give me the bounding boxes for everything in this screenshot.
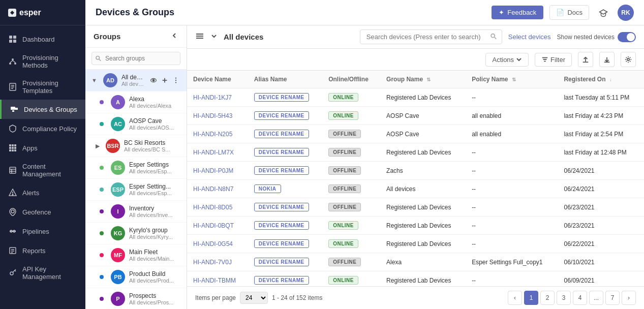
settings-icon-button[interactable] bbox=[621, 52, 636, 67]
main-content: Devices & Groups ✦ Feedback 📄 Docs RK Gr… bbox=[85, 0, 644, 309]
device-link[interactable]: HI-ANDI-0BQT bbox=[193, 222, 234, 229]
policy-name-cell: -- bbox=[466, 180, 558, 198]
device-link[interactable]: HI-ANDI-P0JM bbox=[193, 167, 233, 174]
group-item-esper-settings[interactable]: ES Esper Settings All devices/Esp... bbox=[85, 157, 187, 179]
device-link[interactable]: HI-ANDI-5H43 bbox=[193, 112, 232, 119]
show-nested-toggle[interactable] bbox=[618, 32, 636, 42]
sidebar-item-devices-groups[interactable]: Devices & Groups bbox=[0, 100, 85, 119]
sidebar-item-pipelines[interactable]: Pipelines bbox=[0, 222, 85, 241]
page-4-button[interactable]: 4 bbox=[573, 291, 587, 305]
group-item-bc-ski[interactable]: ▶ BSR BC Ski Resorts All devices/BC S... bbox=[85, 135, 187, 157]
svg-line-45 bbox=[99, 59, 101, 61]
col-policy-name[interactable]: Policy Name ⇅ bbox=[466, 71, 558, 88]
user-avatar[interactable]: RK bbox=[618, 5, 634, 21]
eye-icon[interactable] bbox=[149, 76, 158, 85]
sidebar-item-reports[interactable]: Reports bbox=[0, 241, 85, 260]
status-badge: ONLINE bbox=[328, 111, 358, 120]
device-link[interactable]: HI-ANDI-8D05 bbox=[193, 204, 232, 211]
device-link[interactable]: HI-ANDI-N8N7 bbox=[193, 186, 233, 193]
chevron-down-icon[interactable] bbox=[210, 33, 218, 41]
group-info: Esper Setting... All devices/Esp... bbox=[129, 183, 180, 196]
search-devices-input[interactable] bbox=[360, 29, 502, 44]
device-link[interactable]: HI-ANDI-TBMM bbox=[193, 277, 236, 284]
device-link[interactable]: HI-ANDI-7V0J bbox=[193, 259, 232, 266]
group-name: Esper Setting... bbox=[129, 183, 180, 190]
sidebar-item-geofence[interactable]: Geofence bbox=[0, 202, 85, 222]
all-devices-title: All devices bbox=[224, 33, 263, 41]
groups-search-input[interactable] bbox=[91, 52, 180, 65]
status-badge: OFFLINE bbox=[328, 184, 361, 193]
group-item-aosp-cave[interactable]: AC AOSP Cave All devices/AOS... bbox=[85, 113, 187, 135]
search-icon bbox=[490, 33, 497, 41]
svg-point-6 bbox=[12, 58, 14, 60]
filter-button[interactable]: Filter bbox=[535, 53, 572, 67]
group-name-cell: Registered Lab Devices bbox=[380, 235, 466, 253]
device-link[interactable]: HI-ANDI-0G54 bbox=[193, 240, 233, 248]
group-avatar: PB bbox=[111, 270, 125, 284]
sidebar-item-alerts[interactable]: Alerts bbox=[0, 183, 85, 202]
graduation-icon-button[interactable] bbox=[595, 5, 611, 21]
group-item-main-fleet[interactable]: MF Main Fleet All devices/Main... bbox=[85, 244, 187, 266]
per-page-select[interactable]: 24 50 100 bbox=[240, 292, 268, 304]
feedback-button[interactable]: ✦ Feedback bbox=[492, 6, 543, 19]
group-item-prospects[interactable]: P Prospects All devices/Pros... bbox=[85, 288, 187, 309]
col-registered-on[interactable]: Registered On ↓ bbox=[558, 71, 644, 88]
next-page-button[interactable]: › bbox=[622, 291, 636, 305]
page-1-button[interactable]: 1 bbox=[524, 291, 538, 305]
sidebar-item-api-key-management[interactable]: API Key Management bbox=[0, 260, 85, 286]
more-options-icon[interactable] bbox=[171, 76, 180, 85]
actions-button[interactable]: Actions bbox=[485, 53, 529, 67]
registered-on-cell: last Friday at 4:23 PM bbox=[558, 107, 644, 125]
col-group-name[interactable]: Group Name ⇅ bbox=[380, 71, 466, 88]
sidebar-item-dashboard[interactable]: Dashboard bbox=[0, 29, 85, 49]
group-item-kyrylos[interactable]: KG Kyrylo's group All devices/Kyry... bbox=[85, 223, 187, 244]
logo[interactable]: esper bbox=[0, 0, 85, 25]
table-row: HI-ANDI-1KJ7 DEVICE RENAME ONLINE Regist… bbox=[187, 88, 644, 107]
page-3-button[interactable]: 3 bbox=[557, 291, 571, 305]
sidebar-item-apps[interactable]: Apps bbox=[0, 138, 85, 158]
group-name: Esper Settings bbox=[129, 161, 180, 168]
group-item-esper-setting2[interactable]: ESP Esper Setting... All devices/Esp... bbox=[85, 179, 187, 201]
sidebar-item-provisioning-templates[interactable]: Provisioning Templates bbox=[0, 74, 85, 100]
device-link[interactable]: HI-ANDI-N205 bbox=[193, 131, 232, 138]
sidebar-item-provisioning-methods[interactable]: Provisioning Methods bbox=[0, 49, 85, 74]
groups-search-wrap bbox=[85, 48, 187, 70]
group-name: Alexa bbox=[129, 96, 180, 103]
status-badge: OFFLINE bbox=[328, 130, 361, 138]
alias-name-cell: DEVICE RENAME bbox=[248, 198, 322, 217]
add-group-icon[interactable] bbox=[160, 76, 169, 85]
docs-button[interactable]: 📄 Docs bbox=[549, 5, 589, 20]
svg-point-32 bbox=[12, 194, 13, 195]
table-row: HI-ANDI-8D05 DEVICE RENAME OFFLINE Regis… bbox=[187, 198, 644, 217]
device-link[interactable]: HI-ANDI-LM7X bbox=[193, 149, 234, 156]
alias-name-cell: DEVICE RENAME bbox=[248, 217, 322, 235]
group-item-product-build[interactable]: PB Product Build All devices/Prod... bbox=[85, 266, 187, 288]
sidebar-item-content-management[interactable]: Content Management bbox=[0, 158, 85, 183]
group-item-inventory[interactable]: I Inventory All devices/Inve... bbox=[85, 201, 187, 223]
status-cell: OFFLINE bbox=[322, 253, 380, 271]
menu-icon[interactable] bbox=[195, 32, 204, 42]
group-item-alexa[interactable]: A Alexa All devices/Alexa bbox=[85, 91, 187, 113]
devices-toolbar-right: Select devices Show nested devices bbox=[360, 29, 636, 44]
device-name-cell: HI-ANDI-N205 bbox=[187, 125, 248, 143]
page-7-button[interactable]: 7 bbox=[605, 291, 620, 305]
sidebar-item-label: Reports bbox=[22, 247, 46, 255]
feedback-icon: ✦ bbox=[499, 9, 504, 16]
device-link[interactable]: HI-ANDI-1KJ7 bbox=[193, 94, 232, 101]
select-devices-button[interactable]: Select devices bbox=[508, 33, 551, 41]
group-name: Main Fleet bbox=[129, 249, 180, 256]
dashboard-icon bbox=[8, 35, 17, 44]
col-device-name: Device Name bbox=[187, 71, 248, 88]
page-2-button[interactable]: 2 bbox=[540, 291, 555, 305]
sidebar-item-compliance-policy[interactable]: Compliance Policy bbox=[0, 119, 85, 138]
group-path: All devices/Esp... bbox=[129, 190, 180, 196]
group-name: Prospects bbox=[129, 292, 180, 299]
group-info: Inventory All devices/Inve... bbox=[129, 205, 180, 218]
prev-page-button[interactable]: ‹ bbox=[508, 291, 522, 305]
sort-group-icon: ⇅ bbox=[426, 77, 431, 82]
group-item-all-devices[interactable]: ▼ AD All devices All devices bbox=[85, 70, 187, 91]
page-ellipsis: ... bbox=[589, 291, 603, 305]
download-icon-button[interactable] bbox=[599, 52, 615, 67]
collapse-groups-button[interactable] bbox=[170, 32, 178, 41]
upload-icon-button[interactable] bbox=[578, 52, 593, 67]
